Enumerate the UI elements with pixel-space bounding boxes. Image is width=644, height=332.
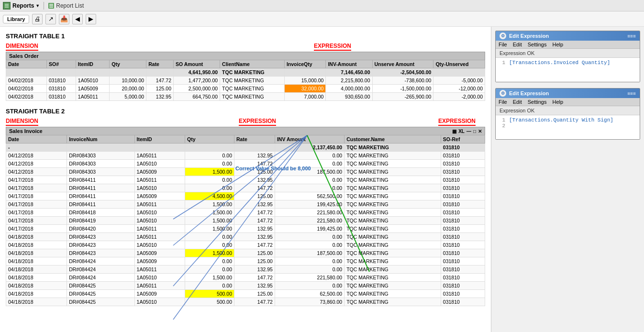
dialog2-menu-settings[interactable]: Settings [528, 99, 547, 105]
dialog2-menubar: File Edit Settings Help [496, 98, 640, 106]
dialog2-menu-edit[interactable]: Edit [513, 99, 522, 105]
expression-label-2b: EXPRESSION [438, 118, 476, 126]
table2-icon-expand[interactable]: □ [473, 129, 476, 134]
annotation-row-1: DIMENSION EXPRESSION [6, 43, 485, 51]
edit-expression-dialog-2: ⚙ Edit Expression ≡≡≡ File Edit Settings… [495, 88, 640, 140]
table2-icon-close[interactable]: — [466, 129, 471, 134]
dialog1-menu-help[interactable]: Help [552, 42, 563, 47]
dialog2-code[interactable]: 1 [Transactions.Quantity With Sign] 2 [496, 115, 640, 139]
table2-header: Date InvoiceNum ItemID Qty Rate INV Amou… [6, 135, 485, 144]
left-panel: STRAIGHT TABLE 1 DIMENSION EXPRESSION Sa… [0, 27, 491, 332]
t2-row-5: 04/17/2018DR#0844111A05009 4,500.00125.0… [6, 192, 485, 200]
expression-label-1: EXPRESSION [314, 43, 351, 51]
reports-menu[interactable]: Reports ▼ [12, 2, 40, 9]
dialog1-icon: ⚙ [500, 33, 506, 39]
table1-header: Date SO# ItemID Qty Rate SO Amount Clien… [6, 60, 485, 68]
dialog2-titlebar: ⚙ Edit Expression ≡≡≡ [496, 89, 640, 98]
table2-icon-chart[interactable]: ▦ [452, 129, 456, 134]
top-bar: Reports ▼ Report List [0, 0, 644, 11]
t2-row-15: 04/18/2018DR#0844241A05010 1,500.00147.7… [6, 274, 485, 282]
annotation-row-2: DIMENSION EXPRESSION EXPRESSION [6, 118, 485, 126]
col-invoiceqty: InvoiceQty [284, 60, 326, 68]
content-wrapper: STRAIGHT TABLE 1 DIMENSION EXPRESSION Sa… [6, 33, 485, 306]
report-list-link[interactable]: Report List [48, 2, 84, 9]
section2-title: STRAIGHT TABLE 2 [6, 108, 485, 115]
dialog1-menubar: File Edit Settings Help [496, 41, 640, 49]
t2-row-11: 04/18/2018DR#0844231A05010 0.00147.72 0.… [6, 241, 485, 249]
section1-title: STRAIGHT TABLE 1 [6, 33, 485, 40]
section1-title-area: STRAIGHT TABLE 1 [6, 33, 485, 40]
edit-expression-dialog-1: ⚙ Edit Expression ≡≡≡ File Edit Settings… [495, 31, 640, 82]
dialog1-titlebar: ⚙ Edit Expression ≡≡≡ [496, 31, 640, 41]
table1-container: Sales Order Date SO# ItemID Qty Rate SO … [6, 52, 485, 101]
col-itemid-1: ItemID [76, 60, 109, 68]
t2-row-16: 04/18/2018DR#0844251A05011 0.00132.95 0.… [6, 282, 485, 290]
table2-sum-row: - 2,137,450.00 TQC MARKETING 031810 [6, 144, 485, 152]
t2-row-4: 04/17/2018DR#0844111A05010 0.00147.72 0.… [6, 184, 485, 192]
col-inv-amount: INV-Amount [326, 60, 372, 68]
t2-col-itemid: ItemID [134, 135, 185, 144]
dialog1-code[interactable]: 1 [Transactions.Invoiced Quantity] [496, 58, 640, 82]
col-qty-1: Qty [110, 60, 146, 68]
table1-row-0: 04/02/2018 031810 1A05010 10,000.00 147.… [6, 77, 485, 85]
export-button[interactable]: ↗ [45, 14, 56, 24]
table2-title: Sales Invoice ▦ XL — □ ✕ [6, 127, 485, 135]
dialog1-status: Expression OK [496, 49, 640, 58]
dialog2-handle[interactable]: ≡≡≡ [627, 91, 636, 96]
t2-row-10: 04/18/2018DR#0844231A05011 0.00132.95 0.… [6, 233, 485, 241]
t2-row-2: 04/12/2018DR#0843031A05009 1,500.00125.0… [6, 168, 485, 176]
t2-col-invamount: INV Amount [275, 135, 344, 144]
table1-title: Sales Order [6, 52, 485, 60]
t2-row-8: 04/17/2018DR#0844191A05010 1,500.00147.7… [6, 217, 485, 225]
table1-row-2: 04/02/2018 031810 1A05011 5,000.00 132.9… [6, 93, 485, 101]
col-qty-unserved: Qty-Unserved [433, 60, 485, 68]
t2-col-qty: Qty [185, 135, 234, 144]
col-unserve: Unserve Amount [372, 60, 433, 68]
dialog1-menu-file[interactable]: File [499, 42, 507, 47]
t2-col-invoicenum: InvoiceNum [67, 135, 134, 144]
dialog1-menu-edit[interactable]: Edit [513, 42, 522, 47]
table2: Date InvoiceNum ItemID Qty Rate INV Amou… [6, 135, 485, 306]
bookmark-button[interactable]: 📥 [59, 14, 69, 24]
table2-container: Sales Invoice ▦ XL — □ ✕ Date InvoiceNum [6, 127, 485, 306]
separator [44, 2, 44, 10]
t2-row-9: 04/17/2018DR#0844201A05011 1,500.00132.9… [6, 225, 485, 233]
right-panel: ⚙ Edit Expression ≡≡≡ File Edit Settings… [491, 27, 644, 332]
dimension-label-1: DIMENSION [6, 43, 38, 51]
t2-row-3: 04/17/2018DR#0844111A05011 0.00132.95 0.… [6, 176, 485, 184]
section2-title-area: STRAIGHT TABLE 2 [6, 108, 485, 115]
table2-icon-xl[interactable]: XL [458, 129, 465, 134]
table1-row-1: 04/02/2018 031810 1A05009 20,000.00 125.… [6, 85, 485, 93]
dialog2-code-line2: 2 [500, 123, 636, 129]
table1-sum-row: 4,641,950.00 TQC MARKETING 7,146,450.00 … [6, 68, 485, 77]
forward-button[interactable]: ▶ [86, 14, 96, 24]
back-button[interactable]: ◀ [72, 14, 83, 24]
dialog1-code-line1: 1 [Transactions.Invoiced Quantity] [500, 60, 636, 66]
print-button[interactable]: 🖨 [32, 14, 43, 24]
t2-row-17: 04/18/2018DR#0844251A05009 500.00125.00 … [6, 290, 485, 298]
dialog2-status: Expression OK [496, 106, 640, 115]
t2-row-13: 04/18/2018DR#0844241A05009 0.00125.00 0.… [6, 257, 485, 266]
dialog2-menu-help[interactable]: Help [552, 99, 563, 105]
table2-icons: ▦ XL — □ ✕ [452, 129, 482, 134]
library-button[interactable]: Library [3, 15, 29, 23]
toolbar: Library 🖨 ↗ 📥 ◀ ▶ [0, 11, 644, 27]
t2-col-soref: SO-Ref [441, 135, 485, 144]
col-clientname: ClientName [220, 60, 285, 68]
t2-col-customer: Customer.Name [344, 135, 441, 144]
col-date-1: Date [6, 60, 47, 68]
main-content: STRAIGHT TABLE 1 DIMENSION EXPRESSION Sa… [0, 27, 644, 332]
col-so: SO# [47, 60, 76, 68]
report-list-icon [48, 2, 55, 9]
dialog1-handle[interactable]: ≡≡≡ [627, 33, 636, 39]
dialog2-menu-file[interactable]: File [499, 99, 507, 105]
dialog2-code-line1: 1 [Transactions.Quantity With Sign] [500, 117, 636, 123]
dimension-label-2: DIMENSION [6, 118, 38, 126]
table2-icon-x[interactable]: ✕ [478, 129, 482, 134]
col-rate-1: Rate [146, 60, 174, 68]
t2-row-1: 04/12/2018DR#0843031A05010 0.00147.72 0.… [6, 160, 485, 168]
t2-row-0: 04/12/2018DR#0843031A05011 0.00132.95 0.… [6, 152, 485, 160]
app-icon [3, 2, 11, 10]
dialog1-menu-settings[interactable]: Settings [528, 42, 547, 47]
t2-row-12: 04/18/2018DR#0844231A05009 1,500.00125.0… [6, 249, 485, 257]
